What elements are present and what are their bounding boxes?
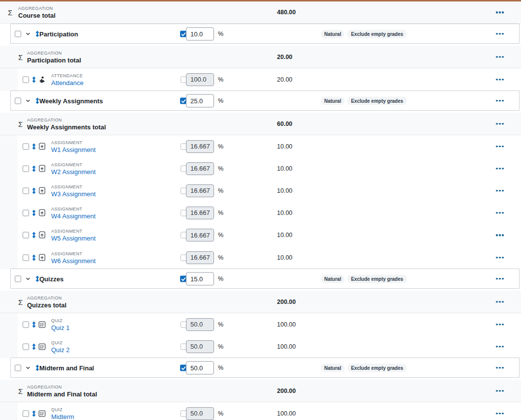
assignment-icon xyxy=(38,231,46,239)
assignment-icon xyxy=(38,165,46,173)
row-type-tag: AGGREGATION xyxy=(27,50,81,55)
category-name: Midterm and Final xyxy=(39,364,94,371)
grade-item-link[interactable]: W6 Assignment xyxy=(51,257,95,264)
chevron-down-icon[interactable] xyxy=(25,31,31,37)
weight-input xyxy=(186,140,214,153)
select-row-checkbox[interactable] xyxy=(15,30,21,37)
row-menu-button[interactable] xyxy=(495,31,505,37)
select-row-checkbox[interactable] xyxy=(23,232,29,239)
grade-item-link[interactable]: Quiz 1 xyxy=(51,324,70,331)
row-item-quiz-1: QUIZ Quiz 1 % 100.00 xyxy=(0,313,521,336)
move-icon[interactable] xyxy=(31,210,37,216)
max-grade-value: 10.00 xyxy=(277,232,292,239)
max-grade-value: 480.00 xyxy=(277,9,296,16)
weight-input xyxy=(186,407,214,420)
percent-sign: % xyxy=(218,275,223,282)
row-item-midterm: QUIZ Midterm % 100.00 xyxy=(0,402,521,420)
row-menu-button[interactable] xyxy=(495,411,505,417)
row-menu-button[interactable] xyxy=(495,54,505,60)
select-row-checkbox[interactable] xyxy=(23,321,29,328)
percent-sign: % xyxy=(218,143,223,150)
max-grade-value: 20.00 xyxy=(277,54,292,60)
max-grade-value: 10.00 xyxy=(277,187,292,194)
aggregation-sigma-icon: Σ xyxy=(18,298,23,306)
grade-item-link[interactable]: W5 Assignment xyxy=(51,235,95,242)
row-menu-button[interactable] xyxy=(495,344,505,350)
row-menu-button[interactable] xyxy=(495,77,505,83)
row-menu-button[interactable] xyxy=(495,9,505,15)
weight-input[interactable] xyxy=(186,94,214,107)
hierarchy-indent xyxy=(0,224,18,247)
weight-input xyxy=(186,162,214,175)
row-menu-button[interactable] xyxy=(495,144,505,150)
row-menu-button[interactable] xyxy=(495,188,505,194)
grade-item-link[interactable]: W2 Assignment xyxy=(51,168,95,175)
move-icon[interactable] xyxy=(31,187,37,194)
row-participation-total: Σ AGGREGATION Participation total 20.00 xyxy=(0,46,521,68)
chevron-down-icon[interactable] xyxy=(25,98,31,104)
row-menu-button[interactable] xyxy=(495,276,505,282)
max-grade-value: 200.00 xyxy=(277,299,296,305)
weight-input[interactable] xyxy=(186,361,214,374)
row-title: Quizzes total xyxy=(27,301,66,308)
move-icon[interactable] xyxy=(31,321,37,328)
grade-item-link[interactable]: Midterm xyxy=(51,413,74,420)
select-row-checkbox[interactable] xyxy=(15,275,21,282)
row-menu-button[interactable] xyxy=(495,388,505,394)
row-menu-button[interactable] xyxy=(495,166,505,172)
weight-input[interactable] xyxy=(186,27,214,40)
select-row-checkbox[interactable] xyxy=(23,343,29,350)
grade-item-link[interactable]: Attendance xyxy=(51,79,84,86)
row-item-w2-assignment: ASSIGNMENT W2 Assignment % 10.00 xyxy=(0,157,521,180)
exclude-empty-badge: Exclude empty grades xyxy=(347,30,406,38)
aggregation-badge: Natural xyxy=(321,96,344,105)
row-type-tag: AGGREGATION xyxy=(18,6,56,11)
select-row-checkbox[interactable] xyxy=(23,165,29,172)
row-type-tag: AGGREGATION xyxy=(27,117,106,122)
assignment-icon xyxy=(38,187,46,195)
row-menu-button[interactable] xyxy=(495,232,505,238)
select-row-checkbox[interactable] xyxy=(23,210,29,216)
select-row-checkbox[interactable] xyxy=(23,254,29,261)
move-icon[interactable] xyxy=(31,232,37,239)
row-menu-button[interactable] xyxy=(495,322,505,328)
row-title: Course total xyxy=(18,12,56,19)
move-icon[interactable] xyxy=(31,410,37,417)
category-name: Quizzes xyxy=(39,275,63,282)
select-row-checkbox[interactable] xyxy=(23,187,29,194)
max-grade-value: 100.00 xyxy=(277,321,296,328)
grade-item-link[interactable]: W3 Assignment xyxy=(51,190,95,197)
chevron-down-icon[interactable] xyxy=(25,365,31,371)
select-row-checkbox[interactable] xyxy=(23,143,29,150)
row-category-weekly-assignments: Weekly Assignments % Natural Exclude emp… xyxy=(10,90,520,111)
select-row-checkbox[interactable] xyxy=(15,97,21,104)
assignment-icon xyxy=(38,143,46,150)
percent-sign: % xyxy=(218,97,223,104)
row-menu-button[interactable] xyxy=(495,98,505,104)
exclude-empty-badge: Exclude empty grades xyxy=(347,363,406,372)
weight-input[interactable] xyxy=(186,272,214,285)
move-icon[interactable] xyxy=(31,343,37,350)
row-menu-button[interactable] xyxy=(495,255,505,261)
aggregation-badge: Natural xyxy=(321,363,344,372)
row-menu-button[interactable] xyxy=(495,299,505,305)
row-title: Participation total xyxy=(27,56,81,63)
row-menu-button[interactable] xyxy=(495,210,505,216)
move-icon[interactable] xyxy=(31,143,37,150)
move-icon[interactable] xyxy=(31,165,37,172)
move-icon[interactable] xyxy=(31,76,37,83)
percent-sign: % xyxy=(218,364,223,371)
select-row-checkbox[interactable] xyxy=(23,76,29,83)
grade-item-link[interactable]: W4 Assignment xyxy=(51,212,95,219)
hierarchy-indent xyxy=(0,202,18,224)
select-row-checkbox[interactable] xyxy=(15,364,21,371)
grade-item-link[interactable]: Quiz 2 xyxy=(51,346,70,353)
exclude-empty-badge: Exclude empty grades xyxy=(347,96,406,105)
row-menu-button[interactable] xyxy=(495,365,505,371)
row-menu-button[interactable] xyxy=(495,121,505,127)
grade-item-link[interactable]: W1 Assignment xyxy=(51,146,95,153)
select-row-checkbox[interactable] xyxy=(23,410,29,417)
quiz-icon xyxy=(38,321,46,328)
move-icon[interactable] xyxy=(31,254,37,261)
chevron-down-icon[interactable] xyxy=(25,276,31,282)
